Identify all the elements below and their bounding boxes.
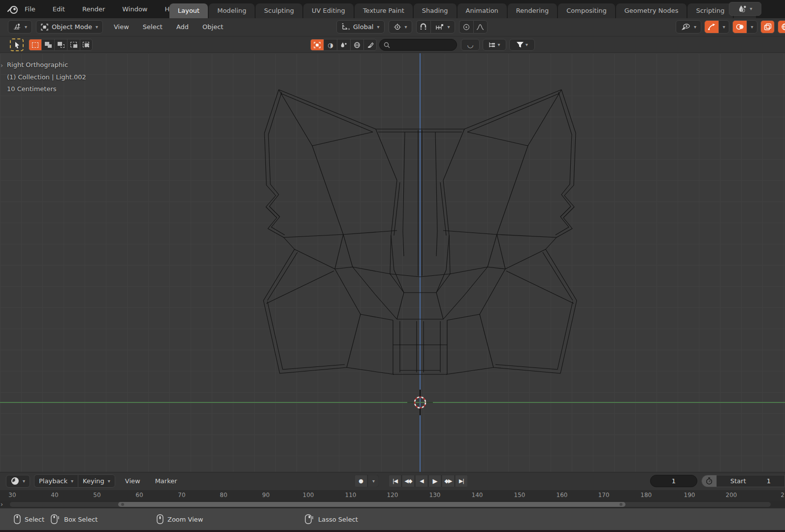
chevron-down-icon: ▾ xyxy=(71,479,73,484)
select-mode-set-button[interactable] xyxy=(29,39,41,51)
workspace-tab[interactable]: Modeling xyxy=(209,3,255,18)
chevron-down-icon: ▾ xyxy=(497,42,500,47)
ruler-frame-label: 120 xyxy=(387,492,398,499)
mode-select-button[interactable]: Object Mode ▾ xyxy=(36,20,103,33)
workspace-tab[interactable]: Layout xyxy=(169,3,208,18)
search-field[interactable] xyxy=(379,39,457,51)
viewport-overlay-text: Right Orthographic (1) Collection | Ligh… xyxy=(7,59,86,96)
timeline-menu-item[interactable]: Marker xyxy=(152,475,180,487)
workspace-tab[interactable]: Compositing xyxy=(558,3,615,18)
keying-menu-button[interactable]: Keying ▾ xyxy=(78,474,115,488)
chevron-down-icon: ▾ xyxy=(372,479,374,484)
xray-toggle-button[interactable] xyxy=(760,20,775,33)
play-reverse-button[interactable]: ◀ xyxy=(415,475,428,487)
select-mode-extend-button[interactable] xyxy=(41,39,54,51)
timeline-menu-item[interactable]: View xyxy=(122,475,143,487)
blender-logo-icon[interactable] xyxy=(7,3,19,15)
snap-increment-icon xyxy=(435,24,444,31)
wireframe-mesh xyxy=(0,53,785,472)
tree-list-icon xyxy=(489,42,496,48)
timeline-editor-type-button[interactable]: ▾ xyxy=(6,475,30,488)
viewport-menu-item[interactable]: Select xyxy=(140,21,165,33)
filter-object-button[interactable] xyxy=(310,39,324,51)
filter-material-button[interactable] xyxy=(337,39,350,51)
current-frame-field[interactable]: 1 xyxy=(650,475,697,487)
snap-toggle-button[interactable] xyxy=(416,20,430,33)
pivot-point-button[interactable]: ▾ xyxy=(389,20,412,33)
viewport-3d[interactable]: Right Orthographic (1) Collection | Ligh… xyxy=(0,53,785,472)
timeline-ruler[interactable]: 3040506070809010011012013014015016017018… xyxy=(0,490,785,500)
filter-mesh-button[interactable]: ◑ xyxy=(324,39,337,51)
play-button[interactable]: ▶ xyxy=(428,475,441,487)
workspace-tab[interactable]: Sculpting xyxy=(256,3,302,18)
pivot-point-icon xyxy=(393,23,401,31)
status-lasso-select-hint: Lasso Select xyxy=(305,508,358,530)
timeline-expand-arrow[interactable]: › xyxy=(0,500,3,508)
editor-type-button[interactable]: ▾ xyxy=(8,20,32,33)
overlays-dropdown-button[interactable]: ▾ xyxy=(747,20,757,33)
use-preview-range-button[interactable] xyxy=(702,475,717,487)
viewport-menu-item[interactable]: Add xyxy=(173,21,192,33)
sidebar-toggle-arrow[interactable]: › xyxy=(0,62,3,69)
transform-orientation-button[interactable]: Global ▾ xyxy=(336,20,385,33)
proportional-editing-button[interactable] xyxy=(459,20,473,33)
status-label: Select xyxy=(25,516,44,523)
topbar-menu-item[interactable]: Edit xyxy=(51,4,67,14)
curve-shape-icon: ◡ xyxy=(467,40,473,49)
active-tool-button[interactable] xyxy=(10,38,24,51)
select-mode-invert-button[interactable] xyxy=(67,39,80,51)
ruler-frame-label: 160 xyxy=(556,492,568,499)
jump-to-end-button[interactable]: ▶| xyxy=(455,475,468,487)
prev-keyframe-button[interactable]: ◀◆ xyxy=(402,475,415,487)
topbar-menus: FileEditRenderWindowHelp xyxy=(23,0,181,18)
snap-target-button[interactable]: ▾ xyxy=(430,20,455,33)
object-filter-icon xyxy=(314,42,321,48)
filter-popover-button[interactable]: ▾ xyxy=(509,39,535,51)
workspace-tab[interactable]: Animation xyxy=(458,3,507,18)
select-mode-subtract-button[interactable] xyxy=(54,39,67,51)
chevron-down-icon: ▾ xyxy=(377,25,379,30)
filter-world-button[interactable] xyxy=(350,39,363,51)
chevron-down-icon: ▾ xyxy=(23,479,25,484)
gizmo-toggle-button[interactable] xyxy=(704,20,719,33)
status-select-hint: Select xyxy=(14,508,44,530)
mouse-left-icon xyxy=(14,514,21,524)
scrollbar-zoom-handle-left[interactable] xyxy=(121,503,124,506)
topbar-menu-item[interactable]: Window xyxy=(120,4,149,14)
scrollbar-zoom-handle-right[interactable] xyxy=(620,503,622,506)
topbar-menu-item[interactable]: Render xyxy=(80,4,107,14)
object-visibility-button[interactable]: ▾ xyxy=(676,20,701,33)
visibility-eye-icon xyxy=(681,23,690,31)
workspace-tab[interactable]: Shading xyxy=(414,3,457,18)
ruler-frame-label: 100 xyxy=(303,492,314,499)
gizmo-icon xyxy=(708,23,716,31)
select-mode-intersect-button[interactable] xyxy=(80,39,93,51)
scrollbar-track[interactable] xyxy=(10,502,771,507)
workspace-tabs: LayoutModelingSculptingUV EditingTexture… xyxy=(169,3,756,18)
workspace-tab[interactable]: Scripting xyxy=(687,3,733,18)
workspace-tab[interactable]: Texture Paint xyxy=(355,3,413,18)
jump-to-start-button[interactable]: |◀ xyxy=(389,475,401,487)
filter-brush-button[interactable] xyxy=(363,39,377,51)
auto-keying-button[interactable]: ● xyxy=(355,475,367,487)
viewport-menu-item[interactable]: View xyxy=(111,21,132,33)
frame-start-field[interactable]: Start 1 xyxy=(701,475,785,487)
proportional-falloff-button[interactable] xyxy=(473,20,488,33)
next-keyframe-button[interactable]: ◆▶ xyxy=(442,475,455,487)
ruler-frame-label: 2 xyxy=(781,492,785,499)
scrollbar-thumb[interactable] xyxy=(118,502,625,507)
viewport-shading-button[interactable] xyxy=(778,20,785,33)
falloff-shape-button[interactable]: ◡ xyxy=(461,39,480,51)
playback-menu-button[interactable]: Playback ▾ xyxy=(34,474,78,488)
overlays-toggle-button[interactable] xyxy=(732,20,747,33)
sorting-options-button[interactable]: ▾ xyxy=(483,39,506,51)
viewport-menu-item[interactable]: Object xyxy=(199,21,226,33)
workspace-tab[interactable]: UV Editing xyxy=(303,3,354,18)
workspace-tab[interactable]: Rendering xyxy=(508,3,557,18)
gizmo-dropdown-button[interactable]: ▾ xyxy=(719,20,729,33)
topbar-menu-item[interactable]: File xyxy=(23,4,37,14)
search-input[interactable] xyxy=(393,41,447,48)
workspace-tab[interactable]: Geometry Nodes xyxy=(616,3,687,18)
view-layer-button[interactable]: ▾ xyxy=(729,2,761,16)
keying-set-dropdown[interactable]: ▾ xyxy=(368,475,379,487)
